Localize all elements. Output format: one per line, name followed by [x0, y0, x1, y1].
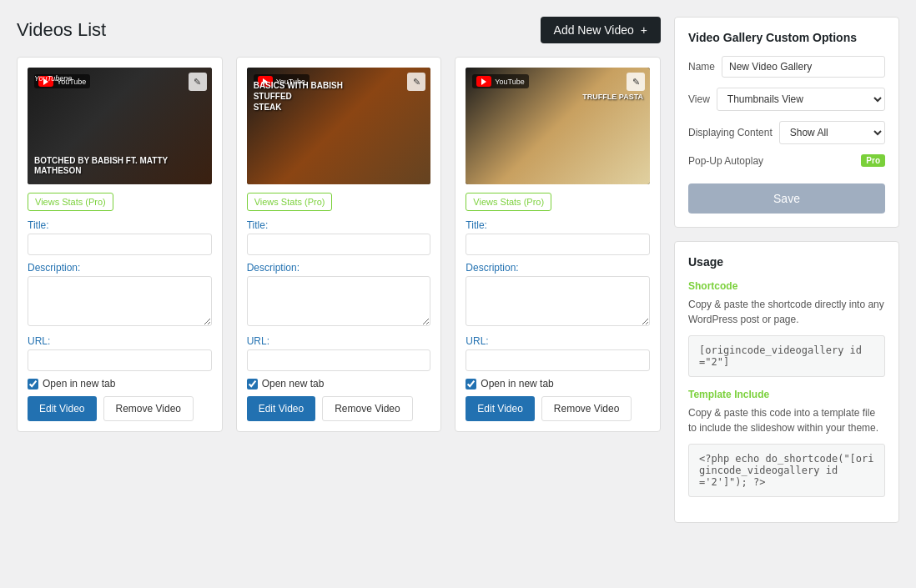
view-option-row: View Thumbnails View	[688, 88, 885, 111]
thumb-1-main-text: BOTCHED BY BABISH FT. MATTY MATHESON	[34, 156, 212, 176]
custom-options-panel: Video Gallery Custom Options Name View T…	[674, 17, 899, 228]
description-field-group-2: Description:	[247, 262, 431, 329]
thumbnail-2: YouTube BASICS WITH BABISHSTUFFEDSTEAK ✎	[247, 68, 431, 184]
url-input-1[interactable]	[28, 349, 212, 371]
add-new-video-button[interactable]: Add New Video +	[541, 17, 661, 43]
description-field-group-3: Description:	[466, 262, 650, 329]
template-include-desc: Copy & paste this code into a template f…	[688, 405, 885, 435]
remove-video-btn-3[interactable]: Remove Video	[541, 396, 632, 421]
open-new-tab-checkbox-1[interactable]	[28, 379, 38, 389]
description-textarea-1[interactable]	[28, 276, 212, 326]
main-content: Videos List Add New Video + YouTube YouT…	[17, 17, 661, 523]
thumbnail-edit-icon-1[interactable]: ✎	[189, 73, 207, 91]
card-actions-1: Edit Video Remove Video	[28, 396, 212, 421]
edit-video-btn-3[interactable]: Edit Video	[466, 396, 535, 421]
title-input-3[interactable]	[466, 234, 650, 255]
open-new-tab-checkbox-2[interactable]	[247, 379, 258, 389]
thumb-1-top-text: YouTubene	[34, 74, 72, 83]
template-include-value[interactable]: <?php echo do_shortcode("[origincode_vid…	[688, 444, 885, 497]
description-label-1: Description:	[28, 262, 212, 274]
shortcode-value[interactable]: [origincode_videogallery id="2"]	[688, 335, 885, 377]
popup-autoplay-option-row: Pop-Up Autoplay Pro	[688, 154, 885, 167]
open-new-tab-row-2: Open new tab	[247, 378, 431, 389]
page-header: Videos List Add New Video +	[17, 17, 661, 43]
edit-video-btn-2[interactable]: Edit Video	[247, 396, 316, 421]
url-input-2[interactable]	[247, 349, 431, 371]
name-option-row: Name	[688, 56, 885, 78]
url-label-2: URL:	[247, 335, 431, 347]
title-input-2[interactable]	[247, 234, 431, 255]
sidebar: Video Gallery Custom Options Name View T…	[674, 17, 899, 523]
popup-autoplay-label: Pop-Up Autoplay	[688, 155, 763, 167]
thumbnail-3: YouTube TRUFFLE PASTA ✎	[466, 68, 650, 184]
url-field-group-1: URL:	[28, 335, 212, 371]
video-card-3: YouTube TRUFFLE PASTA ✎ Views Stats (Pro…	[455, 57, 661, 432]
thumb-3-main-text: TRUFFLE PASTA	[582, 93, 643, 101]
views-stats-btn-2[interactable]: Views Stats (Pro)	[247, 193, 333, 211]
url-label-3: URL:	[466, 335, 650, 347]
displaying-content-label: Displaying Content	[688, 127, 773, 138]
pro-badge: Pro	[861, 154, 885, 167]
shortcode-desc: Copy & paste the shortcode directly into…	[688, 297, 885, 327]
open-new-tab-checkbox-3[interactable]	[466, 379, 476, 389]
card-actions-3: Edit Video Remove Video	[466, 396, 650, 421]
custom-options-title: Video Gallery Custom Options	[688, 31, 885, 44]
title-field-group-3: Title:	[466, 219, 650, 255]
description-label-3: Description:	[466, 262, 650, 274]
save-button[interactable]: Save	[688, 183, 885, 214]
title-label-1: Title:	[28, 219, 212, 231]
url-label-1: URL:	[28, 335, 212, 347]
usage-title: Usage	[688, 255, 885, 269]
open-new-tab-row-1: Open in new tab	[28, 378, 212, 389]
view-label: View	[688, 93, 710, 105]
card-actions-2: Edit Video Remove Video	[247, 396, 431, 421]
template-include-title: Template Include	[688, 389, 885, 400]
description-textarea-2[interactable]	[247, 276, 431, 326]
edit-video-btn-1[interactable]: Edit Video	[28, 396, 97, 421]
page-title: Videos List	[17, 19, 106, 41]
video-card-2: YouTube BASICS WITH BABISHSTUFFEDSTEAK ✎…	[236, 57, 442, 432]
views-stats-btn-1[interactable]: Views Stats (Pro)	[28, 193, 113, 211]
title-field-group-2: Title:	[247, 219, 431, 255]
url-field-group-2: URL:	[247, 335, 431, 371]
title-field-group-1: Title:	[28, 219, 212, 255]
shortcode-section-title: Shortcode	[688, 280, 885, 292]
youtube-badge-3: YouTube	[472, 74, 528, 88]
name-input[interactable]	[722, 56, 885, 78]
remove-video-btn-1[interactable]: Remove Video	[103, 396, 194, 421]
remove-video-btn-2[interactable]: Remove Video	[322, 396, 413, 421]
description-field-group-1: Description:	[28, 262, 212, 329]
thumb-2-main-text: BASICS WITH BABISHSTUFFEDSTEAK	[254, 80, 343, 113]
title-label-3: Title:	[466, 219, 650, 231]
thumbnail-1: YouTube YouTubene BOTCHED BY BABISH FT. …	[28, 68, 212, 184]
views-stats-btn-3[interactable]: Views Stats (Pro)	[466, 193, 551, 211]
videos-grid: YouTube YouTubene BOTCHED BY BABISH FT. …	[17, 57, 661, 432]
usage-panel: Usage Shortcode Copy & paste the shortco…	[674, 241, 899, 523]
description-label-2: Description:	[247, 262, 431, 274]
yt-play-icon-3	[476, 76, 491, 87]
url-field-group-3: URL:	[466, 335, 650, 371]
description-textarea-3[interactable]	[466, 276, 650, 326]
url-input-3[interactable]	[466, 349, 650, 371]
video-card-1: YouTube YouTubene BOTCHED BY BABISH FT. …	[17, 57, 223, 432]
open-new-tab-row-3: Open in new tab	[466, 378, 650, 389]
displaying-content-option-row: Displaying Content Show All	[688, 121, 885, 144]
thumbnail-edit-icon-2[interactable]: ✎	[407, 73, 425, 91]
view-select[interactable]: Thumbnails View	[717, 88, 885, 111]
thumbnail-edit-icon-3[interactable]: ✎	[627, 73, 645, 91]
title-label-2: Title:	[247, 219, 431, 231]
name-label: Name	[688, 61, 715, 73]
displaying-content-select[interactable]: Show All	[779, 121, 885, 144]
title-input-1[interactable]	[28, 234, 212, 255]
